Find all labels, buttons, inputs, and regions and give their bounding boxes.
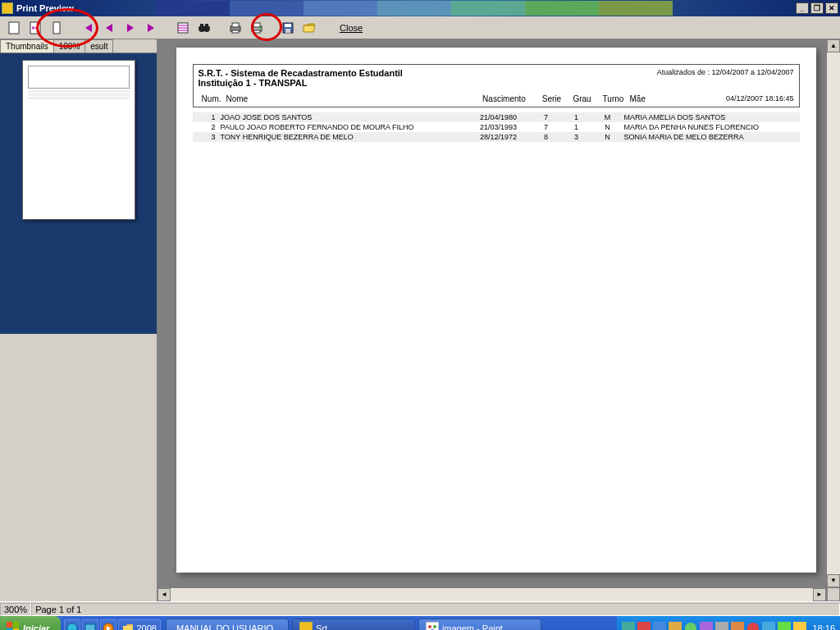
first-page-button[interactable] [79, 19, 97, 37]
tray-icon[interactable] [684, 622, 697, 630]
clock[interactable]: 18:16 [809, 623, 835, 630]
svg-point-33 [433, 625, 436, 628]
svg-rect-38 [669, 622, 682, 630]
svg-point-43 [747, 623, 759, 630]
folder-icon [122, 623, 134, 630]
prev-page-button[interactable] [100, 19, 118, 37]
taskbar-item[interactable]: imagem - Paint [418, 619, 541, 630]
svg-rect-13 [232, 30, 239, 33]
print-button[interactable] [248, 19, 266, 37]
tray-icon[interactable] [731, 622, 744, 630]
svg-rect-2 [53, 22, 60, 34]
system-tray: 18:16 [617, 616, 840, 630]
table-row: 2PAULO JOAO ROBERTO FERNANDO DE MOURA FI… [193, 122, 800, 132]
page-container[interactable]: S.R.T. - Sistema de Recadastramento Estu… [158, 39, 826, 587]
status-zoom: 300% [0, 603, 31, 616]
svg-rect-37 [653, 622, 666, 630]
svg-rect-44 [762, 622, 775, 630]
svg-point-39 [685, 623, 696, 630]
next-page-button[interactable] [121, 19, 139, 37]
app-icon [2, 2, 13, 14]
close-link[interactable]: Close [340, 23, 363, 33]
page-whole-button[interactable] [5, 19, 23, 37]
ql-ie-icon[interactable] [64, 619, 80, 630]
tab-search[interactable]: 100% [53, 39, 86, 52]
tray-icon[interactable] [669, 622, 682, 630]
report-datetime: 04/12/2007 18:16:45 [696, 94, 794, 103]
taskbar-item[interactable]: WMANUAL DO USUARIO ... [166, 619, 289, 630]
ql-desktop-icon[interactable] [82, 619, 98, 630]
tray-icon[interactable] [762, 622, 775, 630]
svg-rect-12 [232, 23, 239, 27]
minimize-button[interactable]: _ [796, 2, 809, 14]
svg-rect-40 [700, 622, 713, 630]
tray-icon[interactable] [778, 622, 791, 630]
svg-rect-9 [200, 24, 203, 27]
svg-rect-0 [9, 22, 19, 34]
left-tabs: Thumbnails 100% esult [0, 39, 157, 53]
svg-rect-46 [793, 622, 806, 630]
ql-folder-label: 2008 [136, 623, 156, 630]
window-title: Print Preview [16, 3, 74, 13]
svg-rect-19 [285, 24, 291, 27]
ql-media-icon[interactable] [100, 619, 116, 630]
scroll-right-button[interactable]: ► [813, 588, 826, 601]
svg-rect-31 [426, 622, 439, 630]
vertical-scrollbar[interactable]: ▲ ▼ [826, 39, 840, 601]
svg-rect-45 [778, 622, 791, 630]
report-subtitle: Instituição 1 - TRANSPAL [199, 78, 403, 88]
scroll-left-button[interactable]: ◄ [158, 588, 171, 601]
tray-icon[interactable] [746, 622, 760, 630]
tab-thumbnails[interactable]: Thumbnails [0, 39, 54, 52]
start-label: Iniciar [23, 623, 49, 630]
main-view: S.R.T. - Sistema de Recadastramento Estu… [158, 39, 840, 601]
save-button[interactable] [279, 19, 297, 37]
col-nascimento: Nascimento [472, 94, 536, 103]
workarea: Thumbnails 100% esult S.R.T. - Sistema d… [0, 39, 840, 601]
tray-icon[interactable] [700, 622, 713, 630]
tab-result[interactable]: esult [84, 39, 113, 52]
tray-icon[interactable] [715, 622, 728, 630]
print-setup-button[interactable] [226, 19, 244, 37]
page-thumbnail-1[interactable] [22, 60, 135, 220]
close-button[interactable]: ✕ [825, 2, 838, 14]
maximize-button[interactable]: ❐ [810, 2, 824, 14]
col-num: Num. [199, 94, 226, 103]
report-rows: 1JOAO JOSE DOS SANTOS21/04/198071MMARIA … [193, 112, 800, 142]
page-width-button[interactable] [26, 19, 44, 37]
titlebar-colors [156, 1, 673, 16]
svg-rect-22 [13, 622, 19, 628]
svg-rect-30 [299, 622, 313, 630]
scroll-up-button[interactable]: ▲ [827, 39, 840, 52]
col-grau: Grau [568, 94, 597, 103]
report-column-headers: Num. Nome Nascimento Serie Grau Turno Mã… [199, 94, 794, 103]
horizontal-scrollbar[interactable]: ◄ ► [158, 587, 826, 601]
report-header: S.R.T. - Sistema de Recadastramento Estu… [193, 64, 800, 107]
scroll-down-button[interactable]: ▼ [827, 574, 840, 587]
margins-button[interactable] [174, 19, 192, 37]
thumbnail-area [0, 53, 157, 334]
binoculars-icon[interactable] [195, 19, 213, 37]
taskbar: Iniciar 2008 WMANUAL DO USUARIO ...Srtim… [0, 616, 840, 630]
report-page: S.R.T. - Sistema de Recadastramento Estu… [176, 48, 816, 573]
start-button[interactable]: Iniciar [0, 616, 61, 630]
col-serie: Serie [536, 94, 568, 103]
toolbar: Close [0, 16, 840, 39]
tray-icon[interactable] [622, 622, 635, 630]
tray-icon[interactable] [653, 622, 666, 630]
left-panel: Thumbnails 100% esult [0, 39, 158, 601]
tray-icon[interactable] [793, 622, 806, 630]
table-row: 1JOAO JOSE DOS SANTOS21/04/198071MMARIA … [193, 112, 800, 122]
open-button[interactable] [300, 19, 318, 37]
svg-rect-26 [85, 624, 95, 630]
last-page-button[interactable] [143, 19, 161, 37]
svg-point-32 [428, 625, 431, 628]
taskbar-item[interactable]: Srt [292, 619, 415, 630]
col-nome: Nome [226, 94, 472, 103]
report-title: S.R.T. - Sistema de Recadastramento Estu… [199, 68, 403, 78]
svg-rect-15 [253, 23, 260, 27]
page-100-button[interactable] [48, 19, 66, 37]
tray-icon[interactable] [637, 622, 651, 630]
col-mae: Mãe [630, 94, 696, 103]
ql-folder[interactable]: 2008 [118, 619, 160, 630]
